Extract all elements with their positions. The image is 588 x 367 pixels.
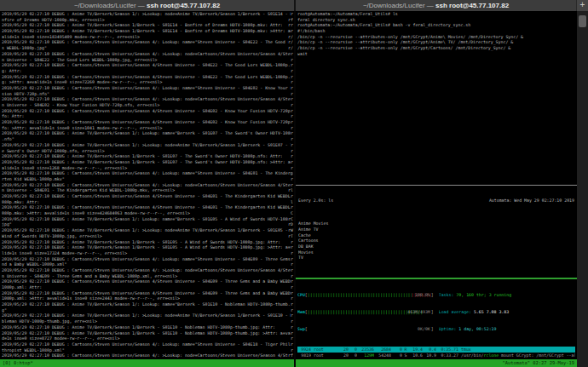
- log-line: bleman HDTV-1080p-thumb.jpg, err=<nil>r: [2, 318, 294, 324]
- left-pane-title: ~/Downloads/Lucifer — ssh root@45.77.107…: [74, 2, 220, 9]
- cpu-meter-value: 100.0%: [415, 292, 430, 298]
- mem-meter: Mem[||||||||||||||||||||||||||||||||||||…: [297, 309, 434, 315]
- tasks-summary: Tasks: 70, 160 thr; 3 running: [439, 292, 575, 298]
- log-line-text: alid=1s ino=0 size=1268 mode=-rw-r--r--,…: [2, 165, 291, 171]
- log-line: 2019/05/29 02:27:10 DEBUG : Cartoons/Ste…: [2, 119, 294, 125]
- process-time: 0:33.27: [436, 353, 458, 358]
- log-line: 2019/05/29 02:27:10 DEBUG : Cartoons/Ste…: [2, 267, 294, 273]
- process-virt: 129M: [357, 353, 374, 358]
- log-line-text: 2019/05/29 02:27:10 DEBUG : Cartoons/Ste…: [2, 170, 293, 176]
- log-line-text: thropist WEBDL-1080p.xml": [2, 347, 291, 353]
- log-line: n Universe - S04E22 - The Good Lors WEBD…: [2, 57, 294, 63]
- uptime: Uptime: 1 day, 00:52:19: [439, 326, 575, 332]
- log-line: g"r: [2, 307, 294, 313]
- log-line-text: 2019/05/29 02:27:10 DEBUG : Anime TV/Ber…: [2, 11, 291, 17]
- log-line: fo: >Attr: a=valid=1s ino=0 size=1041 mo…: [2, 125, 294, 131]
- log-line-text: 2019/05/29 02:27:10 DEBUG : Anime TV/Ber…: [2, 159, 291, 165]
- log-line: Wind of Swords HDTV-1080p.jpg, err=<nil>…: [2, 233, 294, 239]
- log-line-text: 2019/05/29 02:27:10 DEBUG : Anime TV/Ber…: [2, 142, 291, 148]
- log-line-text: g: >Attr: a=valid=1s ino=0 size=72260 mo…: [2, 79, 291, 85]
- log-line: 2019/05/29 02:27:10 DEBUG : Cartoons/Ste…: [2, 193, 294, 199]
- log-line-text: 2019/05/29 02:27:10 DEBUG : Anime TV/Ber…: [2, 130, 291, 136]
- log-line: 1080p.xml: Attr:r: [2, 284, 294, 290]
- log-line: 2019/05/29 02:27:10 DEBUG : Cartoons/Ste…: [2, 96, 294, 102]
- log-line: 2019/05/29 02:27:10 DEBUG : Anime TV/Ber…: [2, 227, 294, 233]
- log-line-text: 2019/05/29 02:27:10 DEBUG : Anime TV/Ber…: [2, 324, 291, 330]
- log-line-edge-char: rl: [288, 187, 294, 193]
- log-line-text: 2019/05/29 02:27:10 DEBUG : Cartoons/Ste…: [2, 62, 291, 68]
- log-line: 2019/05/29 02:27:10 DEBUG : Cartoons/Ste…: [2, 39, 294, 45]
- shell-line: root@Automata:~/Automata/Feral_Utils# ba…: [297, 22, 577, 28]
- log-line-text: sion HDTV-720p.nfo": [2, 91, 291, 97]
- log-line-text: 2019/05/29 02:27:10 DEBUG : Anime TV/Ber…: [2, 313, 291, 318]
- process-row[interactable]: 9819root200129M542480S10.610.90:33.27/us…: [297, 353, 575, 358]
- tmux-window-item[interactable]: [0] 0:htop*: [3, 359, 33, 367]
- scrollbar-thumb[interactable]: [579, 15, 586, 27]
- tmux-host-clock: "Automata" 02:27 29-May-19: [503, 359, 574, 367]
- log-line-text: 1080p.xml: >Attr: a=valid=1s ino=0 size=…: [2, 295, 291, 301]
- left-pane-titlebar[interactable]: ~/Downloads/Lucifer — ssh root@45.77.107…: [0, 0, 294, 11]
- log-line-text: 2019/05/29 02:27:10 DEBUG : Anime TV/Ber…: [2, 28, 291, 34]
- process-row[interactable]: 9924root2002353626840R19.40.40:35.71tmux: [297, 347, 575, 353]
- log-line: 2019/05/29 02:27:10 DEBUG : Anime TV/Ber…: [2, 28, 294, 34]
- new-tab-button[interactable]: +: [576, 0, 588, 11]
- process-res: 54248: [374, 353, 391, 358]
- log-line-text: 2019/05/29 02:27:10 DEBUG : Cartoons/Ste…: [2, 278, 291, 284]
- log-line-text: 2019/05/29 02:27:10 DEBUG : Cartoons/Ste…: [2, 85, 291, 91]
- log-line-text: 2019/05/29 02:27:10 DEBUG : Cartoons/Ste…: [2, 39, 288, 45]
- log-line: 2019/05/29 02:27:10 DEBUG : Cartoons/Ste…: [2, 62, 294, 68]
- scrollbar-track[interactable]: [577, 11, 588, 367]
- log-line-text: 2019/05/29 02:27:10 DEBUG : Cartoons/Ste…: [2, 267, 291, 273]
- log-line: 2019/05/29 02:27:10 DEBUG : Anime TV/Ber…: [2, 244, 294, 250]
- shell-line: #!/bin/bash: [297, 28, 577, 34]
- log-line-edge-char: r/: [288, 45, 294, 51]
- command-args: mount GCrypt: /mnt/GCrypt --allow-othe: [499, 353, 575, 358]
- directory-listing: Anime MoviesAnime TVCacheCartoonsDB_BAKM…: [298, 221, 574, 261]
- log-line-text: 2019/05/29 02:27:10 DEBUG : Cartoons/Ste…: [2, 353, 288, 358]
- load-average: Load average: 5.65 7.08 3.83: [439, 309, 575, 315]
- log-line: 2019/05/29 02:27:10 DEBUG : Cartoons/Ste…: [2, 74, 294, 80]
- left-terminal-pane[interactable]: 2019/05/29 02:27:10 DEBUG : Anime TV/Ber…: [0, 11, 294, 367]
- log-line: 2019/05/29 02:27:10 DEBUG : Cartoons/Ste…: [2, 341, 294, 347]
- log-line-text: 2019/05/29 02:27:10 DEBUG : Anime TV/Ber…: [2, 153, 291, 159]
- log-line-text: 1080p.xml: Attr:: [2, 284, 291, 290]
- log-line: alid=1s ino=0 size=183495409 mode=-rw-r-…: [2, 34, 294, 40]
- left-tmux-statusbar: [0] 0:htop*: [0, 359, 294, 367]
- log-line: g: Attr:r: [2, 68, 294, 74]
- terminal-window: ~/Downloads/Lucifer — ssh root@45.77.107…: [0, 0, 588, 367]
- process-s: S: [402, 353, 409, 358]
- mem-meter-value: 463M/493M: [407, 309, 430, 315]
- log-line: n Universe - S04E01 - The Kindergarten K…: [2, 187, 294, 193]
- log-line: 080p.mkv: Attr:l: [2, 199, 294, 205]
- log-line: 080p.mkv: >Attr: a=valid=1s ino=0 size=4…: [2, 210, 294, 216]
- log-line: s WEBDL-1080p.jpg"r/: [2, 45, 294, 51]
- directory-entry: Movies: [298, 249, 574, 255]
- log-line-text: 2019/05/29 02:27:10 DEBUG : Cartoons/Ste…: [2, 96, 291, 102]
- right-pane-titlebar[interactable]: ~/Downloads/Lucifer — ssh root@45.77.107…: [296, 0, 576, 11]
- right-terminal-pane[interactable]: root@Automata:~/Automata/Feral_Utils# ls…: [296, 11, 577, 367]
- shell-line: wait: [297, 51, 577, 57]
- log-line: 2019/05/29 02:27:10 DEBUG : Cartoons/Ste…: [2, 290, 294, 296]
- cpu-meter: CPU[||||||||||||||||||||||||||||||||||||…: [297, 292, 434, 298]
- log-line-text: n Universe - S04E22 - The Good Lors WEBD…: [2, 57, 291, 63]
- process-cpu: 19.4: [409, 347, 423, 353]
- process-command: tmux: [458, 347, 575, 353]
- log-line: 2019/05/29 02:27:10 DEBUG : Cartoons/Ste…: [2, 170, 294, 176]
- log-line-text: 2019/05/29 02:27:10 DEBUG : Anime TV/Ber…: [2, 239, 291, 245]
- log-line-text: n Universe - S04E01 - The Kindergarten K…: [2, 187, 288, 193]
- rclone-debug-log: 2019/05/29 02:27:10 DEBUG : Anime TV/Ber…: [0, 11, 294, 359]
- process-mem: 0.4: [423, 347, 436, 353]
- log-line-edge-char: rD: [288, 221, 294, 227]
- log-line: jpg"rD: [2, 221, 294, 227]
- log-line: 2019/05/29 02:27:10 DEBUG : Cartoons/Ste…: [2, 278, 294, 284]
- log-line: 2019/05/29 02:27:10 DEBUG : Anime TV/Ber…: [2, 239, 294, 245]
- process-time: 0:35.71: [436, 347, 458, 353]
- process-s: R: [402, 347, 409, 353]
- process-pid: 9819: [297, 353, 311, 358]
- log-line-edge-char: rT: [288, 233, 294, 239]
- process-user: root: [311, 353, 337, 358]
- log-line-text: fo: >Attr: a=valid=1s ino=0 size=1041 mo…: [2, 125, 291, 131]
- log-line: alid=1s ino=0 size=1268 mode=-rw-r--r--,…: [2, 165, 294, 171]
- process-pri: 20: [337, 353, 349, 358]
- log-line-edge-char: rf: [288, 353, 294, 358]
